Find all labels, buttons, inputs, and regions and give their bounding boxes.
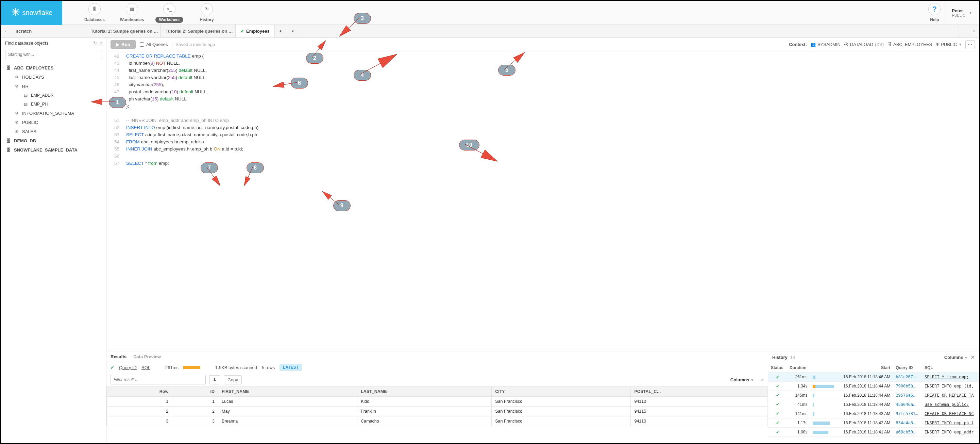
terminal-icon: >_ [163,3,175,15]
context-role[interactable]: 👥 SYSADMIN [810,42,841,47]
history-query-id[interactable]: b81c207… [893,372,922,382]
worksheet-more-button[interactable]: ⋯ [966,40,975,49]
schema-node[interactable]: ❄SALES [1,127,106,136]
new-tab-button[interactable]: + [275,25,287,37]
help-icon: ? [928,3,940,15]
cell: 94110 [631,397,768,407]
history-query-id[interactable]: 97fc5781… [893,409,922,418]
all-queries-label: All Queries [146,42,168,47]
column-header[interactable]: ID [172,387,218,397]
tab-history-forward[interactable]: › [959,25,969,37]
history-sql[interactable]: CREATE OR REPLACE TA [922,391,979,400]
all-queries-checkbox[interactable]: All Queries [140,42,168,47]
history-row[interactable]: ✔ 141ms 16.Feb.2018 11:18:43 AM 97fc5781… [768,409,979,418]
history-query-id[interactable]: a69cb50… [893,428,922,437]
history-sql[interactable]: SELECT * from emp; [922,372,979,382]
table-node[interactable]: ▤EMP_PH [1,100,106,109]
history-column-header[interactable]: SQL [922,363,979,372]
history-column-header[interactable]: Duration [787,363,810,372]
column-header[interactable]: LAST_NAME [357,387,492,397]
tab-history-back[interactable]: ‹ [1,25,11,37]
sql-link[interactable]: SQL [142,365,150,370]
object-search-input[interactable] [5,50,102,59]
context-database[interactable]: 🗄 ABC_EMPLOYEES [887,42,932,47]
history-sql[interactable]: use schema public; [922,400,979,409]
db-node[interactable]: 🗄SNOWFLAKE_SAMPLE_DATA [1,145,106,155]
user-menu[interactable]: Peter PUBLIC ▼ [945,1,979,25]
history-row[interactable]: ✔ 41ms 16.Feb.2018 11:18:44 AM 45a046a… … [768,400,979,409]
refresh-icon[interactable]: ↻ [93,40,97,46]
tree-label: SALES [22,129,37,134]
expand-icon[interactable]: ⤢ [760,377,764,382]
db-node[interactable]: 🗄DEMO_DB [1,136,106,145]
history-row[interactable]: ✔ 1.34s 16.Feb.2018 11:18:44 AM 7900b58…… [768,382,979,391]
db-node[interactable]: 🗄ABC_EMPLOYEES [1,63,106,72]
context-schema[interactable]: ❄ PUBLIC ▼ [935,42,962,47]
status-icon: ✔ [768,409,787,418]
context-warehouse[interactable]: ⦿ DATALOAD (XS) [844,42,884,47]
history-column-header[interactable]: Query ID [893,363,922,372]
history-column-header[interactable]: Status [768,363,787,372]
worksheet-tab[interactable]: Tutorial 2: Sample queries on … [161,25,235,37]
top-nav: snowflake 🗄 Databases▦ Warehouses>_ Work… [1,1,979,25]
nav-warehouses[interactable]: ▦ Warehouses [113,3,151,23]
tab-overflow-menu[interactable]: ▼ [969,25,979,37]
nav-help[interactable]: ? Help [924,3,945,23]
history-sql[interactable]: INSERT INTO emp (id, [922,382,979,391]
history-query-id[interactable]: 45a046a… [893,400,922,409]
history-query-id[interactable]: 834a4a8… [893,418,922,428]
schema-icon: ❄ [14,111,19,116]
history-table: StatusDurationStartQuery IDSQL ✔ 261ms 1… [768,363,979,437]
results-tab[interactable]: Results [110,354,127,359]
scratch-tab[interactable]: scratch [11,25,86,37]
schema-icon: ❄ [935,42,939,47]
history-row[interactable]: ✔ 145ms 16.Feb.2018 11:18:44 AM 29576a6…… [768,391,979,400]
schema-node[interactable]: ❄HOLIDAYS [1,72,106,82]
sql-editor[interactable]: 42434445464751525354555657 CREATE OR REP… [107,51,979,351]
history-row[interactable]: ✔ 1.17s 16.Feb.2018 11:18:42 AM 834a4a8…… [768,418,979,428]
run-button[interactable]: ▶ Run [110,40,136,49]
results-table: RowIDFIRST_NAMELAST_NAMECITYPOSTAL_C… 11… [107,387,768,426]
data-preview-tab[interactable]: Data Preview [133,354,161,359]
play-icon: ▶ [116,42,119,47]
history-sql[interactable]: INSERT INTO emp_addr [922,428,979,437]
all-queries-input[interactable] [140,42,144,47]
tab-menu-button[interactable]: ▼ [287,25,299,37]
worksheet-tab[interactable]: Tutorial 1: Sample queries on … [86,25,161,37]
history-query-id[interactable]: 7900b58… [893,382,922,391]
history-row[interactable]: ✔ 1.08s 16.Feb.2018 11:18:41 AM a69cb50…… [768,428,979,437]
table-node[interactable]: ▤EMP_ADDR [1,91,106,100]
history-columns-selector[interactable]: Columns ▼ [944,355,968,360]
schema-node[interactable]: ❄HR [1,82,106,91]
tree-label: HR [22,84,29,89]
nav-databases[interactable]: 🗄 Databases [76,3,113,23]
worksheet-tab[interactable]: ✔Employees [235,25,275,37]
query-id-link[interactable]: Query ID [119,365,137,370]
chevron-down-icon: ▼ [751,378,754,382]
nav-worksheet[interactable]: >_ Worksheet [151,3,188,23]
table-row[interactable]: 11LucasKiddSan Francisco94110 [107,397,768,407]
column-header[interactable]: Row [107,387,172,397]
close-icon[interactable]: ✕ [970,354,975,361]
column-header[interactable]: FIRST_NAME [218,387,357,397]
history-sql[interactable]: INSERT INTO emp_ph ( [922,418,979,428]
column-header[interactable]: POSTAL_C… [631,387,768,397]
schema-icon: ❄ [14,129,19,134]
collapse-sidebar-icon[interactable]: « [100,40,102,46]
history-row[interactable]: ✔ 261ms 16.Feb.2018 11:18:46 AM b81c207…… [768,372,979,382]
table-row[interactable]: 33BreannaCamachoSan Francisco94110 [107,417,768,426]
download-button[interactable]: ⬇ [209,375,220,385]
column-header[interactable]: CITY [492,387,631,397]
history-column-header[interactable]: Start [838,363,893,372]
copy-button[interactable]: Copy [224,375,242,385]
schema-node[interactable]: ❄PUBLIC [1,118,106,127]
schema-node[interactable]: ❄INFORMATION_SCHEMA [1,109,106,118]
cell: San Francisco [492,417,631,426]
nav-history[interactable]: ↻ History [188,3,226,23]
table-row[interactable]: 22MayFranklinSan Francisco94115 [107,407,768,417]
filter-results-input[interactable] [110,375,206,385]
history-query-id[interactable]: 29576a6… [893,391,922,400]
columns-selector[interactable]: Columns ▼ [730,377,754,382]
tab-label: Tutorial 2: Sample queries on … [165,29,233,34]
history-sql[interactable]: CREATE OR REPLACE SC [922,409,979,418]
